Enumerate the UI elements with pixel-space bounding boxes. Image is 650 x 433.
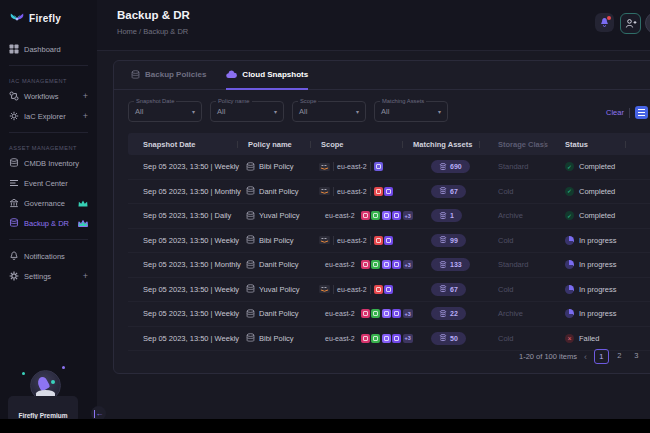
assets-count: 67 (450, 286, 458, 293)
policy-name: Yuval Policy (259, 211, 299, 220)
col-storage-class[interactable]: Storage Class (488, 140, 553, 149)
policy-cell: Bibi Policy (246, 235, 319, 245)
sidebar-item-settings[interactable]: Settings + (0, 266, 97, 286)
table-row[interactable]: Sep 05 2023, 13:50 | Monthly Danit Polic… (128, 180, 650, 205)
matching-assets-cell: 690 (411, 160, 488, 173)
export-button[interactable] (635, 106, 648, 119)
page-number-3[interactable]: 3 (630, 349, 643, 362)
sidebar-item-label: CMDB Inventory (24, 159, 79, 168)
notifications-button[interactable] (595, 13, 614, 32)
grid-icon (9, 44, 19, 54)
bell-icon (9, 251, 19, 261)
gear-icon (9, 271, 19, 281)
page-title: Backup & DR (117, 9, 190, 21)
sidebar-item-backup-dr[interactable]: Backup & DR (0, 213, 97, 233)
scope-cell: eu-east-2 +3 (319, 211, 411, 220)
expand-plus-icon[interactable]: + (83, 272, 88, 281)
page-number-2[interactable]: 2 (613, 349, 626, 362)
table-row[interactable]: Sep 05 2023, 13:50 | Monthly Danit Polic… (128, 253, 650, 278)
filter-value: All (381, 107, 389, 116)
assets-count-badge[interactable]: 1 (431, 209, 462, 222)
assets-count: 133 (450, 261, 462, 268)
firefly-logo-icon (9, 11, 25, 25)
invite-user-button[interactable] (620, 13, 641, 34)
status-icon (565, 187, 574, 196)
prev-page-icon[interactable]: ‹ (584, 352, 587, 362)
clear-filters-link[interactable]: Clear (606, 108, 624, 117)
sidebar-item-event-center[interactable]: Event Center (0, 173, 97, 193)
status-label: Completed (579, 211, 615, 220)
divider (370, 285, 371, 294)
snapshot-date: Sep 05 2023, 13:50 | Weekly (128, 309, 246, 318)
user-avatar[interactable] (645, 12, 650, 34)
col-status[interactable]: Status (553, 140, 648, 149)
snapshot-date: Sep 05 2023, 13:50 | Weekly (128, 162, 246, 171)
divider (333, 236, 334, 245)
policy-name: Yuval Policy (259, 285, 299, 294)
stack-icon (439, 236, 447, 244)
tab-backup-policies[interactable]: Backup Policies (131, 61, 206, 90)
sidebar-item-dashboard[interactable]: Dashboard (0, 39, 97, 59)
col-snapshot-date[interactable]: Snapshot Date (128, 140, 246, 149)
service-chips: +3 (361, 211, 413, 220)
aws-icon (319, 163, 330, 171)
sidebar-item-workflows[interactable]: Workflows + (0, 86, 97, 106)
status-icon (565, 162, 574, 171)
assets-count-badge[interactable]: 50 (431, 332, 466, 345)
filter-snapshot-date[interactable]: Snapshot Date All (128, 101, 202, 122)
table-row[interactable]: Sep 05 2023, 13:50 | Weekly Bibi Policy … (128, 229, 650, 254)
event-lines-icon (9, 178, 19, 188)
sidebar-item-governance[interactable]: Governance (0, 193, 97, 213)
more-services-chip: +3 (403, 211, 413, 220)
page-number-1[interactable]: 1 (594, 349, 609, 364)
scope-cell: eu-east-2 (319, 285, 411, 294)
assets-count-badge[interactable]: 690 (431, 160, 470, 173)
expand-plus-icon[interactable]: + (83, 92, 88, 101)
backup-database-icon (9, 218, 19, 228)
filter-scope[interactable]: Scope All (292, 101, 366, 122)
red-service-icon (374, 285, 383, 294)
assets-count-badge[interactable]: 99 (431, 234, 466, 247)
col-matching-assets[interactable]: Matching Assets (411, 140, 488, 149)
stack-icon (439, 285, 447, 293)
tab-cloud-snapshots[interactable]: Cloud Snapshots (226, 61, 308, 90)
table-row[interactable]: Sep 05 2023, 13:50 | Weekly Yuval Policy… (128, 278, 650, 303)
breadcrumb[interactable]: Home / Backup & DR (117, 27, 188, 36)
scope-cell: eu-east-2 +3 (319, 309, 411, 318)
stack-icon (439, 310, 447, 318)
more-services-chip: +3 (403, 260, 413, 269)
filter-matching-assets[interactable]: Matching Assets All (374, 101, 448, 122)
col-scope[interactable]: Scope (319, 140, 411, 149)
filter-label: Matching Assets (380, 98, 426, 104)
table-row[interactable]: Sep 05 2023, 13:50 | Weekly Bibi Policy … (128, 327, 650, 352)
assets-count-badge[interactable]: 133 (431, 258, 470, 271)
filter-value: All (135, 107, 143, 116)
table-row[interactable]: Sep 05 2023, 13:50 | Weekly Danit Policy… (128, 302, 650, 327)
sidebar-item-notifications[interactable]: Notifications (0, 246, 97, 266)
main-area: Backup & DR Home / Backup & DR Backup Po… (97, 0, 650, 419)
filter-policy-name[interactable]: Policy name All (210, 101, 284, 122)
database-icon (246, 186, 255, 196)
aws-icon (319, 187, 330, 195)
divider (333, 162, 334, 171)
sidebar-item-label: Backup & DR (24, 219, 69, 228)
policy-cell: Yuval Policy (246, 284, 319, 294)
assets-count-badge[interactable]: 67 (431, 283, 466, 296)
table-row[interactable]: Sep 05 2023, 13:50 | Daily Yuval Policy … (128, 204, 650, 229)
sidebar-item-iac-explorer[interactable]: IaC Explorer + (0, 106, 97, 126)
filter-label: Policy name (216, 98, 252, 104)
assets-count-badge[interactable]: 67 (431, 185, 466, 198)
sidebar-item-label: Workflows (24, 92, 58, 101)
assets-count-badge[interactable]: 22 (431, 307, 466, 320)
sidebar-item-cmdb-inventory[interactable]: CMDB Inventory (0, 153, 97, 173)
status-cell: Completed (553, 162, 648, 171)
table-row[interactable]: Sep 05 2023, 13:50 | Weekly Bibi Policy … (128, 155, 650, 180)
red-service-icon (374, 187, 383, 196)
bank-icon (9, 198, 19, 208)
pink-service-icon (361, 211, 370, 220)
matching-assets-cell: 133 (411, 258, 488, 271)
expand-plus-icon[interactable]: + (83, 112, 88, 121)
logo[interactable]: Firefly (0, 0, 97, 29)
pink-service-icon (361, 260, 370, 269)
col-policy-name[interactable]: Policy name (246, 140, 319, 149)
